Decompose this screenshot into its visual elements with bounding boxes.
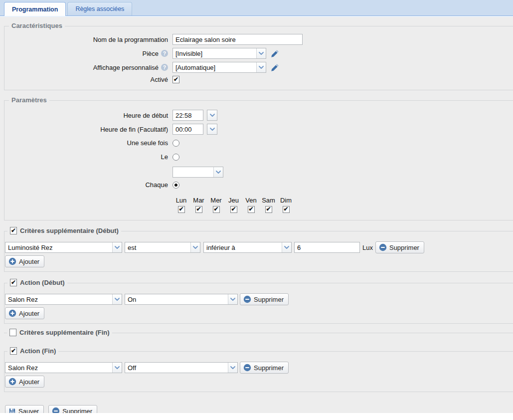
criteria-unit-label: Lux (362, 244, 373, 251)
minus-icon (379, 243, 387, 251)
action-fin-device-combobox[interactable]: Salon Rez (5, 362, 122, 373)
tab-bar: Programmation Règles associées (0, 0, 513, 16)
day-column: Ven (242, 197, 260, 213)
action-debut-supprimer-label: Supprimer (254, 296, 284, 303)
supprimer-label: Supprimer (62, 408, 92, 414)
criteria-row: Luminosité Rez est inférieur à Lux (5, 241, 513, 253)
action-fin-state-combobox[interactable]: Off (125, 362, 238, 373)
chevron-down-icon (216, 171, 221, 174)
chaque-radio[interactable] (172, 182, 179, 189)
combo-trigger[interactable] (282, 242, 291, 252)
action-debut-device-value: Salon Rez (5, 294, 112, 304)
piece-combobox[interactable]: [Invisible] (172, 48, 266, 59)
sauver-button[interactable]: Sauver (5, 405, 44, 413)
combo-trigger[interactable] (228, 363, 237, 373)
criteria-operator-combobox[interactable]: est (125, 242, 200, 253)
le-label: Le (4, 153, 171, 161)
nom-programmation-label: Nom de la programmation (4, 36, 171, 43)
day-column: Dim (277, 197, 295, 213)
minus-icon (52, 407, 60, 413)
heure-fin-label: Heure de fin (Facultatif) (4, 126, 171, 133)
heure-debut-combobox[interactable]: 22:58 (172, 110, 203, 121)
fieldset-criteres-fin-title: Critères supplémentaire (Fin) (19, 329, 110, 336)
day-lun-checkbox[interactable] (178, 206, 185, 213)
affichage-label: Affichage personnalisé (93, 64, 159, 71)
criteria-supprimer-label: Supprimer (389, 244, 419, 251)
heure-fin-combobox[interactable]: 00:00 (172, 124, 203, 135)
combo-trigger[interactable] (213, 167, 223, 177)
heure-debut-trigger[interactable] (207, 110, 217, 121)
day-ven-checkbox[interactable] (248, 206, 255, 213)
action-debut-ajouter-button[interactable]: Ajouter (5, 307, 44, 319)
combo-trigger[interactable] (190, 242, 200, 252)
action-fin-supprimer-button[interactable]: Supprimer (240, 362, 289, 374)
piece-label: Pièce (142, 50, 159, 57)
fieldset-criteres-fin: Critères supplémentaire (Fin) (4, 333, 513, 338)
fieldset-action-debut: Action (Début) Salon Rez On Supprimer (4, 283, 513, 324)
affichage-edit-button[interactable] (271, 63, 279, 72)
sauver-label: Sauver (18, 408, 39, 414)
tab-regles-associees[interactable]: Règles associées (67, 2, 132, 15)
combo-trigger[interactable] (112, 363, 122, 373)
main-panel: Caractéristiques Nom de la programmation… (0, 17, 513, 413)
piece-edit-button[interactable] (271, 49, 279, 58)
action-debut-ajouter-label: Ajouter (19, 310, 39, 317)
affichage-label-wrap: Affichage personnalisé ? (4, 64, 171, 71)
day-mar-checkbox[interactable] (195, 206, 202, 213)
day-column: Jeu (225, 197, 242, 213)
tab-programmation[interactable]: Programmation (4, 2, 66, 16)
criteria-supprimer-button[interactable]: Supprimer (375, 241, 424, 253)
action-fin-ajouter-button[interactable]: Ajouter (5, 376, 44, 388)
day-jeu-checkbox[interactable] (230, 206, 237, 213)
criteres-debut-enable-checkbox[interactable] (10, 227, 17, 234)
footer-toolbar: Sauver Supprimer (5, 405, 513, 413)
pencil-icon (271, 63, 279, 72)
combo-trigger[interactable] (256, 48, 266, 58)
day-mer-checkbox[interactable] (213, 206, 220, 213)
day-column: Lun (172, 197, 190, 213)
le-radio[interactable] (172, 154, 179, 161)
date-combobox[interactable] (172, 167, 223, 178)
affichage-combobox[interactable]: [Automatique] (172, 62, 266, 73)
day-label: Sam (262, 197, 275, 204)
combo-trigger[interactable] (112, 294, 122, 304)
criteria-operator-value: est (125, 242, 190, 252)
une-seule-fois-radio[interactable] (172, 140, 179, 147)
criteres-fin-enable-checkbox[interactable] (9, 329, 16, 336)
action-debut-device-combobox[interactable]: Salon Rez (5, 294, 122, 305)
supprimer-button[interactable]: Supprimer (48, 405, 97, 413)
action-row: Salon Rez Off Supprimer (5, 362, 513, 374)
criteria-ajouter-button[interactable]: Ajouter (5, 255, 44, 267)
help-icon[interactable]: ? (161, 50, 168, 57)
day-dim-checkbox[interactable] (283, 206, 290, 213)
action-debut-state-combobox[interactable]: On (125, 294, 238, 305)
combo-trigger[interactable] (228, 294, 237, 304)
action-debut-supprimer-button[interactable]: Supprimer (240, 293, 289, 305)
criteria-comparison-combobox[interactable]: inférieur à (203, 242, 292, 253)
action-fin-enable-checkbox[interactable] (10, 347, 17, 355)
combo-trigger[interactable] (256, 62, 266, 72)
help-icon[interactable]: ? (161, 64, 168, 71)
page-bottom-margin (0, 413, 513, 419)
chevron-down-icon (230, 298, 235, 301)
criteria-value-input[interactable] (294, 242, 360, 253)
nom-programmation-input[interactable] (172, 34, 303, 45)
fieldset-action-debut-title: Action (Début) (20, 279, 65, 286)
action-fin-device-value: Salon Rez (5, 363, 112, 373)
heure-fin-trigger[interactable] (207, 124, 217, 135)
affichage-combobox-value: [Automatique] (173, 62, 256, 72)
active-checkbox[interactable] (172, 76, 179, 83)
chevron-down-icon (259, 66, 264, 69)
day-column: Mar (190, 197, 207, 213)
heure-debut-label: Heure de début (4, 112, 171, 119)
day-sam-checkbox[interactable] (265, 206, 272, 213)
save-icon (8, 408, 16, 414)
piece-label-wrap: Pièce ? (4, 50, 171, 57)
fieldset-action-debut-legend: Action (Début) (7, 279, 67, 286)
criteria-comparison-value: inférieur à (204, 242, 282, 252)
criteria-ajouter-label: Ajouter (19, 258, 39, 265)
fieldset-criteres-debut-title: Critères supplémentaire (Début) (20, 227, 119, 234)
criteria-device-combobox[interactable]: Luminosité Rez (5, 242, 122, 253)
combo-trigger[interactable] (112, 242, 122, 252)
action-debut-enable-checkbox[interactable] (10, 279, 17, 286)
